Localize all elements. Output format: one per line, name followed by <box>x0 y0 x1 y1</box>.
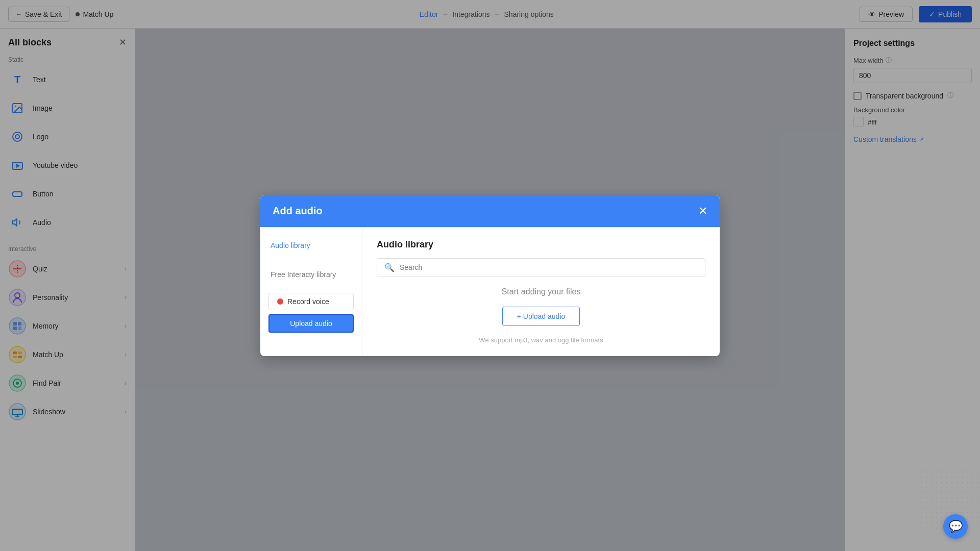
empty-state: Start adding your files + Upload audio W… <box>377 287 705 344</box>
record-voice-button[interactable]: Record voice <box>268 293 354 310</box>
file-formats-text: We support mp3, wav and ogg file formats <box>479 336 603 344</box>
audio-library-title: Audio library <box>377 239 705 250</box>
free-library-tab[interactable]: Free Interacty library <box>268 266 354 283</box>
modal-header: Add audio ✕ <box>260 195 720 227</box>
upload-audio-main-button[interactable]: + Upload audio <box>502 307 580 326</box>
search-input[interactable] <box>400 263 698 271</box>
search-bar: 🔍 <box>377 258 705 277</box>
modal-sidebar-divider <box>268 260 354 260</box>
modal-body: Audio library Free Interacty library Rec… <box>260 227 720 356</box>
record-dot-icon <box>277 298 283 305</box>
add-audio-modal: Add audio ✕ Audio library Free Interacty… <box>260 195 720 356</box>
modal-overlay[interactable]: Add audio ✕ Audio library Free Interacty… <box>0 0 980 551</box>
search-icon: 🔍 <box>384 263 395 272</box>
upload-audio-main-label: + Upload audio <box>517 312 566 320</box>
audio-library-tab[interactable]: Audio library <box>268 237 354 254</box>
modal-close-button[interactable]: ✕ <box>698 205 707 218</box>
modal-main: Audio library 🔍 Start adding your files … <box>362 227 720 356</box>
upload-audio-sidebar-label: Upload audio <box>290 319 332 328</box>
modal-title: Add audio <box>273 205 323 217</box>
modal-sidebar: Audio library Free Interacty library Rec… <box>260 227 362 356</box>
upload-audio-sidebar-button[interactable]: Upload audio <box>268 314 354 333</box>
record-voice-label: Record voice <box>287 297 329 306</box>
chat-bubble-button[interactable]: 💬 <box>943 514 968 539</box>
chat-icon: 💬 <box>949 520 963 533</box>
empty-state-text: Start adding your files <box>502 287 581 296</box>
